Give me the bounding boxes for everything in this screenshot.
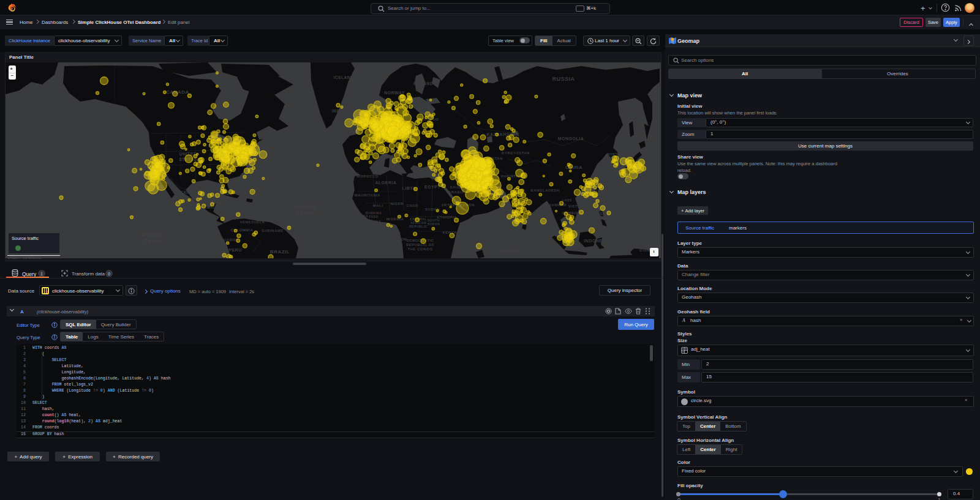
svg-text:FINLAND: FINLAND — [413, 81, 433, 86]
svg-text:Atlantic: Atlantic — [292, 203, 317, 209]
svg-text:Pacific: Pacific — [143, 232, 164, 238]
svg-text:IRELAND: IRELAND — [332, 109, 352, 113]
svg-text:MEXICO: MEXICO — [176, 190, 195, 195]
svg-text:MONGOLIA: MONGOLIA — [558, 136, 584, 141]
svg-text:MAURITANIA: MAURITANIA — [355, 193, 381, 197]
svg-text:MALI: MALI — [373, 204, 383, 207]
svg-text:THE CONGO: THE CONGO — [408, 247, 433, 251]
svg-text:GHANA: GHANA — [369, 220, 382, 223]
svg-text:ECUADOR: ECUADOR — [218, 238, 239, 242]
svg-text:Indian: Indian — [500, 247, 519, 253]
svg-text:SURINAME: SURINAME — [262, 229, 284, 233]
svg-text:NIGERIA: NIGERIA — [386, 217, 404, 221]
svg-text:VIETNAM: VIETNAM — [568, 204, 587, 208]
svg-text:ICELAND: ICELAND — [334, 75, 353, 80]
svg-text:SENEGAL: SENEGAL — [341, 208, 358, 212]
svg-text:BRAZIL: BRAZIL — [270, 249, 290, 255]
svg-text:REPUBLIC OF: REPUBLIC OF — [406, 243, 434, 247]
svg-text:KYRGYZSTAN: KYRGYZSTAN — [502, 151, 530, 155]
svg-text:BANGLADESH: BANGLADESH — [530, 188, 559, 192]
svg-text:VENEZUELA: VENEZUELA — [240, 220, 265, 224]
svg-text:FASO: FASO — [369, 215, 379, 218]
svg-text:Ocean: Ocean — [295, 209, 315, 215]
svg-text:KAZAKHSTAN: KAZAKHSTAN — [486, 132, 519, 136]
svg-text:KENYA: KENYA — [443, 231, 457, 234]
svg-text:ETHIOPIA: ETHIOPIA — [437, 215, 458, 219]
svg-text:INDONESIA: INDONESIA — [584, 239, 610, 243]
svg-text:CHAD: CHAD — [406, 204, 418, 207]
svg-text:RUSSIA: RUSSIA — [552, 76, 575, 82]
svg-text:Ocean: Ocean — [143, 238, 164, 244]
svg-text:DEMOCRATIC: DEMOCRATIC — [406, 239, 434, 242]
svg-text:REPUBLIC: REPUBLIC — [409, 225, 428, 228]
svg-text:LAOS: LAOS — [562, 198, 572, 202]
svg-text:MOROCCO: MOROCCO — [356, 174, 379, 178]
svg-text:GUINEA: GUINEA — [355, 214, 368, 218]
svg-text:PERU: PERU — [228, 248, 241, 252]
svg-text:ARABIA: ARABIA — [448, 190, 464, 194]
svg-text:NIGER: NIGER — [390, 202, 404, 206]
svg-text:EGYPT: EGYPT — [424, 185, 440, 189]
svg-text:ALGERIA: ALGERIA — [375, 181, 397, 185]
svg-text:GABON: GABON — [392, 237, 407, 241]
svg-text:SUDAN: SUDAN — [428, 222, 440, 226]
